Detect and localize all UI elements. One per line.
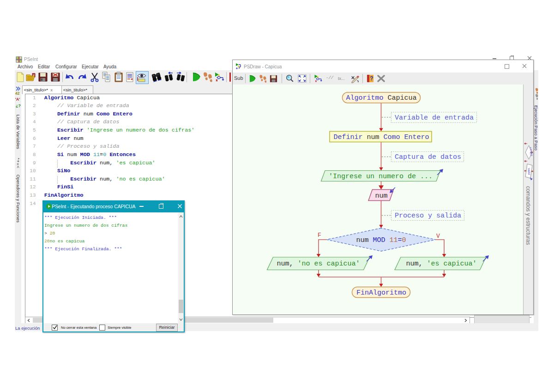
svg-text:F: F bbox=[318, 232, 321, 239]
svg-text:Proceso y salida: Proceso y salida bbox=[395, 212, 461, 220]
svg-text:V: V bbox=[436, 233, 440, 240]
svg-text:Definir num Como Entero: Definir num Como Entero bbox=[334, 133, 429, 141]
svg-text:num, 'es capicua': num, 'es capicua' bbox=[406, 260, 477, 268]
svg-text:num MOD 11=0: num MOD 11=0 bbox=[356, 236, 406, 244]
svg-text:FinAlgoritmo: FinAlgoritmo bbox=[356, 289, 406, 297]
svg-text:¿x>8?: ¿x>8? bbox=[530, 147, 533, 156]
svg-text:Algoritmo Capicua: Algoritmo Capicua bbox=[346, 94, 417, 102]
svg-text:'Hola': 'Hola' bbox=[527, 168, 531, 175]
svg-text:Variable de entrada: Variable de entrada bbox=[395, 114, 474, 122]
svg-text:Captura de datos: Captura de datos bbox=[395, 153, 461, 161]
svg-text:num, 'no es capicua': num, 'no es capicua' bbox=[277, 260, 360, 268]
svg-text:num: num bbox=[375, 192, 388, 200]
svg-text:'Ingrese un numero de ...: 'Ingrese un numero de ... bbox=[329, 173, 433, 181]
svg-text:?: ? bbox=[370, 75, 373, 82]
